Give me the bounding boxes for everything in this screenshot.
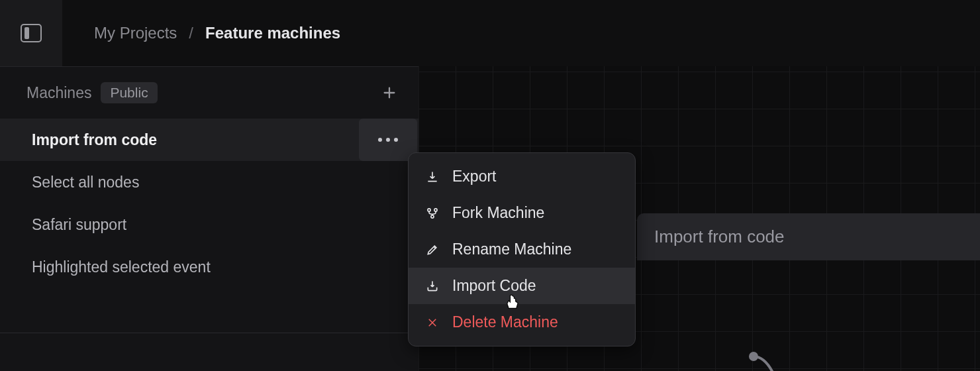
breadcrumb-current[interactable]: Feature machines	[205, 24, 340, 42]
machine-item[interactable]: Highlighted selected event	[0, 246, 418, 288]
add-machine-button[interactable]	[379, 82, 400, 103]
sidebar: Machines Public Import from code Select …	[0, 66, 418, 371]
menu-item-label: Rename Machine	[452, 240, 571, 258]
visibility-badge: Public	[101, 82, 157, 103]
machine-item-label: Safari support	[32, 216, 126, 234]
svg-point-1	[428, 208, 430, 211]
pencil-icon	[424, 242, 440, 258]
download-icon	[424, 169, 440, 185]
fork-icon	[424, 205, 440, 221]
machine-list: Import from code Select all nodes Safari…	[0, 119, 418, 288]
breadcrumb: My Projects / Feature machines	[62, 24, 340, 42]
menu-item-fork[interactable]: Fork Machine	[409, 195, 635, 231]
menu-item-rename[interactable]: Rename Machine	[409, 231, 635, 268]
machine-item[interactable]: Import from code	[0, 119, 418, 161]
menu-item-label: Export	[452, 168, 496, 186]
x-icon	[424, 315, 440, 331]
menu-item-import-code[interactable]: Import Code	[409, 268, 635, 304]
machine-item-label: Import from code	[32, 131, 157, 149]
breadcrumb-root[interactable]: My Projects	[94, 24, 177, 42]
menu-item-label: Import Code	[452, 277, 536, 295]
plus-icon	[382, 85, 397, 100]
svg-point-2	[434, 208, 437, 211]
connector-icon	[742, 344, 781, 371]
svg-point-3	[431, 215, 434, 217]
context-menu: Export Fork Machine Rename Machine Impor…	[408, 152, 636, 346]
sidebar-footer	[0, 333, 418, 371]
node-title: Import from code	[654, 227, 785, 246]
menu-item-delete[interactable]: Delete Machine	[409, 304, 635, 341]
machine-item-label: Select all nodes	[32, 174, 139, 191]
machine-item[interactable]: Select all nodes	[0, 161, 418, 203]
sidebar-header: Machines Public	[0, 67, 418, 119]
sidebar-header-left: Machines Public	[26, 82, 158, 103]
machine-item-label: Highlighted selected event	[32, 258, 211, 276]
machine-item[interactable]: Safari support	[0, 203, 418, 246]
sidebar-title: Machines	[26, 84, 91, 102]
menu-item-export[interactable]: Export	[409, 158, 635, 195]
more-icon	[378, 138, 398, 142]
machine-more-button[interactable]	[359, 119, 417, 161]
sidebar-toggle-icon[interactable]	[21, 24, 42, 42]
topbar: My Projects / Feature machines	[0, 0, 980, 66]
machine-node[interactable]: Import from code	[637, 213, 980, 260]
menu-item-label: Fork Machine	[452, 204, 544, 222]
menu-item-label: Delete Machine	[452, 313, 558, 331]
sidebar-toggle-wrap	[0, 0, 62, 66]
import-icon	[424, 278, 440, 294]
breadcrumb-separator: /	[189, 24, 193, 42]
